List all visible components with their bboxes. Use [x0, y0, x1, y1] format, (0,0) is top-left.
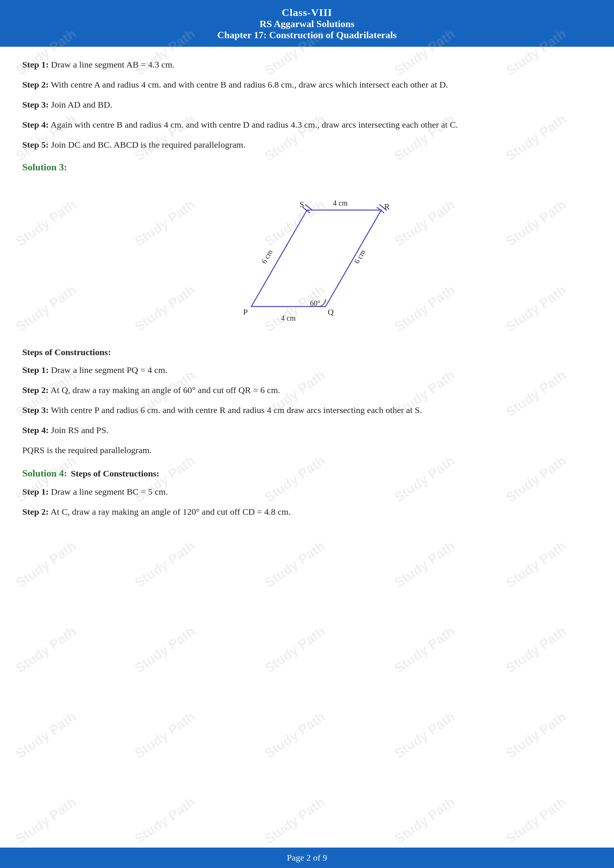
- right-side-label: 6 cm: [352, 248, 367, 265]
- sol3-step-2-label: Step 2:: [22, 385, 49, 395]
- step-5-text: Join DC and BC. ABCD is the required par…: [49, 140, 245, 150]
- step-3-block: Step 3: Join AD and BD.: [22, 98, 592, 111]
- left-side-label: 6 cm: [259, 248, 274, 265]
- header-class: Class-VIII: [4, 7, 610, 19]
- sol3-step-3-block: Step 3: With centre P and radius 6 cm. a…: [22, 403, 592, 417]
- sol3-step-1-label: Step 1:: [22, 365, 49, 375]
- solution4-steps-heading: Steps of Constructions:: [71, 469, 160, 478]
- step-3-text: Join AD and BD.: [49, 100, 112, 110]
- header-chapter: Chapter 17: Construction of Quadrilatera…: [4, 30, 610, 41]
- solution3-heading: Solution 3:: [22, 162, 592, 173]
- sol4-step-1-text: Draw a line segment BC = 5 cm.: [49, 487, 168, 496]
- sol4-step-2-text: At C, draw a ray making an angle of 120°…: [49, 507, 291, 516]
- sol4-step-1-block: Step 1: Draw a line segment BC = 5 cm.: [22, 485, 592, 498]
- step-1-label: Step 1:: [22, 60, 49, 70]
- sol4-step-2-label: Step 2:: [22, 507, 49, 516]
- sol4-step-2-block: Step 2: At C, draw a ray making an angle…: [22, 505, 592, 518]
- sol3-step-3-text: With centre P and radius 6 cm. and with …: [49, 405, 422, 415]
- solution4-section: Solution 4: Steps of Constructions:: [22, 468, 592, 479]
- step-4-label: Step 4:: [22, 120, 49, 130]
- step-2-block: Step 2: With centre A and radius 4 cm. a…: [22, 78, 592, 91]
- label-p: P: [243, 307, 248, 316]
- step-1-text: Draw a line segment AB = 4.3 cm.: [49, 60, 174, 70]
- page-number: Page 2 of 9: [287, 853, 327, 862]
- sol3-step-2-text: At Q, draw a ray making an angle of 60° …: [49, 385, 280, 395]
- sol4-step-1-label: Step 1:: [22, 487, 49, 496]
- sol3-step-4-block: Step 4: Join RS and PS.: [22, 423, 592, 437]
- sol3-step-2-block: Step 2: At Q, draw a ray making an angle…: [22, 383, 592, 397]
- top-side-label: 4 cm: [333, 199, 348, 207]
- bottom-side-label: 4 cm: [281, 314, 296, 322]
- sol3-step-4-label: Step 4:: [22, 425, 49, 435]
- sol3-step-1-block: Step 1: Draw a line segment PQ = 4 cm.: [22, 363, 592, 377]
- label-r: R: [384, 202, 390, 211]
- label-s: S: [299, 200, 304, 209]
- sol3-step-1-text: Draw a line segment PQ = 4 cm.: [49, 365, 167, 375]
- step-1-block: Step 1: Draw a line segment AB = 4.3 cm.: [22, 58, 592, 71]
- step-2-text: With centre A and radius 4 cm. and with …: [49, 80, 448, 90]
- page-header: Class-VIII RS Aggarwal Solutions Chapter…: [0, 0, 614, 47]
- parallelogram-diagram: S R P Q 4 cm 4 cm 6 cm 6 cm 60°: [211, 180, 403, 336]
- main-content: Step 1: Draw a line segment AB = 4.3 cm.…: [0, 47, 614, 555]
- label-q: Q: [328, 307, 334, 316]
- step-5-block: Step 5: Join DC and BC. ABCD is the requ…: [22, 138, 592, 151]
- sol3-steps-heading: Steps of Constructions:: [22, 347, 592, 357]
- sol3-step-3-label: Step 3:: [22, 405, 49, 415]
- page-footer: Page 2 of 9: [0, 848, 614, 868]
- sol3-conclusion-text: PQRS is the required parallelogram.: [22, 445, 152, 455]
- solution4-heading: Solution 4:: [22, 468, 67, 479]
- step-5-label: Step 5:: [22, 140, 49, 150]
- sol3-step-4-text: Join RS and PS.: [49, 425, 109, 435]
- header-title: RS Aggarwal Solutions: [4, 19, 610, 30]
- step-4-block: Step 4: Again with centre B and radius 4…: [22, 118, 592, 131]
- diagram-container: S R P Q 4 cm 4 cm 6 cm 6 cm 60°: [22, 180, 592, 336]
- step-3-label: Step 3:: [22, 100, 49, 110]
- angle-label: 60°: [310, 299, 320, 307]
- step-2-label: Step 2:: [22, 80, 49, 90]
- step-4-text: Again with centre B and radius 4 cm. and…: [49, 120, 458, 130]
- sol3-conclusion: PQRS is the required parallelogram.: [22, 443, 592, 457]
